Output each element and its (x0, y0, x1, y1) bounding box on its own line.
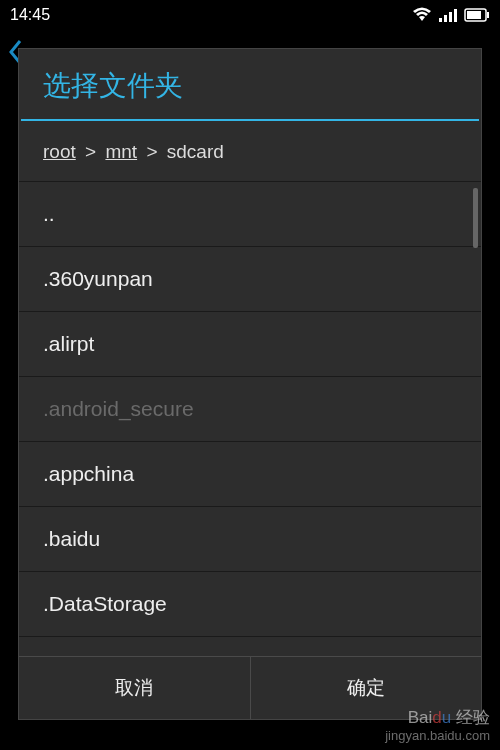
battery-icon (464, 8, 490, 22)
list-item[interactable]: .alirpt (19, 312, 481, 377)
status-icons (412, 7, 490, 23)
watermark: Baidu 经验 jingyan.baidu.com (385, 708, 490, 744)
svg-rect-5 (487, 12, 489, 18)
folder-picker-dialog: 选择文件夹 root > mnt > sdcard .. .360yunpan … (18, 48, 482, 720)
breadcrumb-root[interactable]: root (43, 141, 76, 162)
status-time: 14:45 (10, 6, 50, 24)
watermark-brand: Baidu 经验 (385, 708, 490, 728)
svg-rect-1 (444, 15, 447, 22)
watermark-url: jingyan.baidu.com (385, 728, 490, 744)
list-item: .android_secure (19, 377, 481, 442)
list-item[interactable]: .baidu (19, 507, 481, 572)
breadcrumb-mnt[interactable]: mnt (105, 141, 137, 162)
breadcrumb-current: sdcard (167, 141, 224, 162)
list-item[interactable]: .360yunpan (19, 247, 481, 312)
cancel-button[interactable]: 取消 (19, 657, 251, 719)
list-item[interactable]: .DataStorage (19, 572, 481, 637)
breadcrumb[interactable]: root > mnt > sdcard (19, 121, 481, 182)
folder-list: .. .360yunpan .alirpt .android_secure .a… (19, 182, 481, 656)
list-item[interactable]: .. (19, 182, 481, 247)
signal-icon (438, 8, 458, 22)
svg-rect-3 (454, 9, 457, 22)
svg-rect-2 (449, 12, 452, 22)
svg-rect-6 (467, 11, 481, 19)
dialog-title: 选择文件夹 (19, 49, 481, 119)
status-bar: 14:45 (0, 0, 500, 30)
list-item[interactable]: .appchina (19, 442, 481, 507)
svg-rect-0 (439, 18, 442, 22)
wifi-icon (412, 7, 432, 23)
scrollbar[interactable] (473, 188, 478, 248)
